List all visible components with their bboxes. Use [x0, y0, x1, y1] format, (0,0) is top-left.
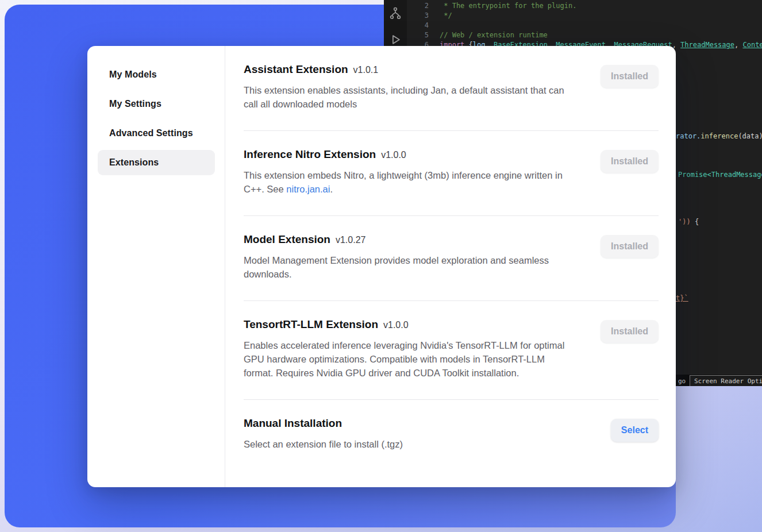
installed-button-nitro[interactable]: Installed — [601, 150, 659, 173]
extension-description: This extension enables assistants, inclu… — [244, 83, 576, 111]
sidebar-item-advanced-settings[interactable]: Advanced Settings — [98, 121, 215, 146]
extension-description: This extension embeds Nitro, a lightweig… — [244, 168, 576, 196]
installed-button-model[interactable]: Installed — [601, 235, 659, 258]
extension-description: Model Management Extension provides mode… — [244, 253, 576, 281]
code-fragment-template: t}` — [676, 294, 688, 303]
code-fragment-promise: Promise<ThreadMessage> — [678, 170, 762, 180]
sidebar-item-my-models[interactable]: My Models — [98, 62, 215, 87]
extension-version: v1.0.0 — [381, 150, 406, 160]
extension-title-row: Manual Installation — [244, 417, 576, 430]
code-lines: * The entrypoint for the plugin. */ // W… — [440, 1, 762, 50]
extension-title: Assistant Extension — [244, 63, 348, 75]
extension-title-row: Inference Nitro Extensionv1.0.0 — [244, 148, 576, 161]
extension-version: v1.0.1 — [353, 65, 379, 75]
installed-button-tensorrt[interactable]: Installed — [601, 320, 659, 343]
extension-title-row: Model Extensionv1.0.27 — [244, 233, 576, 246]
nitro-jan-ai-link[interactable]: nitro.jan.ai — [286, 184, 330, 194]
status-text: go — [678, 376, 686, 386]
sidebar-item-extensions[interactable]: Extensions — [98, 150, 215, 175]
extension-version: v1.0.27 — [336, 235, 365, 245]
extension-row-model: Model Extensionv1.0.27 Model Management … — [244, 216, 659, 300]
extension-description: Enables accelerated inference leveraging… — [244, 338, 576, 380]
extension-description: Select an extension file to install (.tg… — [244, 437, 576, 451]
extension-title: Inference Nitro Extension — [244, 148, 376, 160]
extension-version: v1.0.0 — [383, 320, 409, 330]
installed-button-assistant[interactable]: Installed — [601, 65, 659, 88]
extension-row-nitro: Inference Nitro Extensionv1.0.0 This ext… — [244, 131, 659, 215]
settings-modal: My Models My Settings Advanced Settings … — [87, 46, 676, 487]
extension-title: TensortRT-LLM Extension — [244, 318, 378, 330]
extension-title: Model Extension — [244, 233, 330, 245]
manual-installation-row: Manual Installation Select an extension … — [244, 400, 659, 471]
settings-sidebar: My Models My Settings Advanced Settings … — [87, 46, 225, 487]
extension-title: Manual Installation — [244, 417, 342, 429]
screen-reader-notice[interactable]: Screen Reader Optimized — [690, 375, 762, 386]
code-fragment-inference: rator.inference(data)); — [676, 132, 762, 141]
extension-row-assistant: Assistant Extensionv1.0.1 This extension… — [244, 46, 659, 130]
extensions-panel: Assistant Extensionv1.0.1 This extension… — [225, 46, 676, 487]
extension-title-row: Assistant Extensionv1.0.1 — [244, 63, 576, 76]
run-debug-icon — [389, 33, 402, 46]
source-control-icon — [389, 7, 402, 20]
select-file-button[interactable]: Select — [611, 419, 659, 442]
sidebar-item-my-settings[interactable]: My Settings — [98, 91, 215, 117]
line-numbers: 23456 — [407, 1, 429, 50]
extension-title-row: TensortRT-LLM Extensionv1.0.0 — [244, 318, 576, 331]
extension-row-tensorrt: TensortRT-LLM Extensionv1.0.0 Enables ac… — [244, 301, 659, 399]
code-fragment-brace: ')) { — [678, 217, 699, 227]
